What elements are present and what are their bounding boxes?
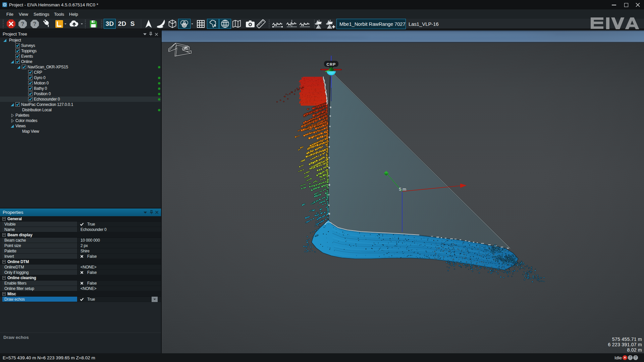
svg-text:6 223 391.07 m: 6 223 391.07 m — [608, 342, 642, 347]
svg-text:5 m: 5 m — [399, 187, 406, 192]
svg-text:575 455.71 m: 575 455.71 m — [612, 337, 642, 342]
svg-text:CRP: CRP — [327, 62, 336, 66]
svg-text:8.02 m: 8.02 m — [627, 347, 642, 353]
